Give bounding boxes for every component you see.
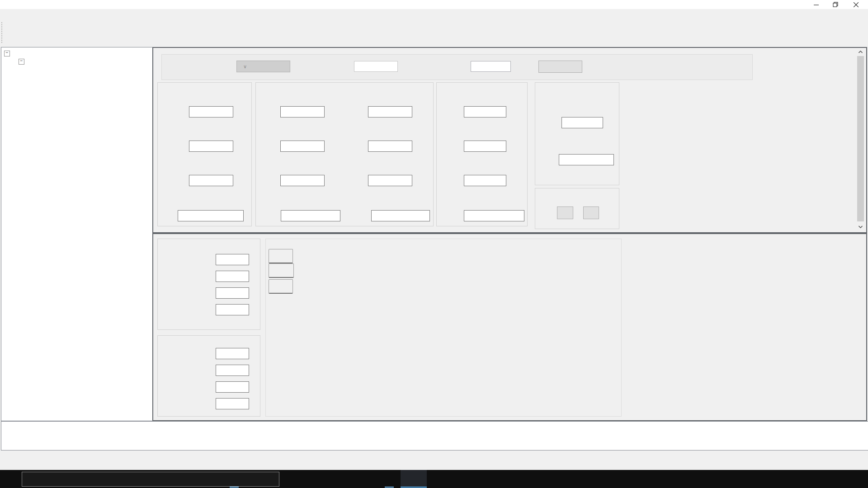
battery-temp-value (280, 175, 325, 186)
load-on-button[interactable] (557, 206, 573, 219)
interval-input[interactable] (471, 61, 511, 72)
vertical-scrollbar[interactable] (857, 48, 864, 230)
add-station-button[interactable] (5, 23, 24, 42)
energy-generated-daily (216, 254, 249, 265)
controller-information-group (535, 82, 619, 185)
menu-help[interactable] (63, 13, 72, 16)
tray-expand-button[interactable] (627, 470, 639, 488)
media-app-button[interactable] (268, 470, 289, 488)
realtime-monitor-button[interactable] (45, 23, 64, 42)
load-voltage-value (464, 141, 506, 152)
charging-status-value (281, 210, 340, 221)
menu-system[interactable] (0, 13, 9, 16)
file-explorer-button[interactable] (223, 470, 245, 488)
load-status-value (464, 210, 524, 221)
collapse-icon[interactable]: − (19, 59, 24, 65)
array-power-value (189, 175, 233, 186)
internet-explorer-button[interactable] (356, 470, 378, 488)
player-app-button[interactable] (290, 470, 311, 488)
close-button[interactable] (848, 0, 863, 9)
station-monitor-button[interactable] (25, 23, 44, 42)
energy-consumed-group (157, 335, 260, 417)
edge-button[interactable] (201, 470, 223, 488)
light-bulb-icon (440, 194, 456, 222)
stop-monitor-button[interactable] (538, 61, 582, 73)
device-icon (33, 66, 41, 74)
load-control-group (535, 188, 619, 229)
tab-cur[interactable] (269, 263, 294, 278)
max-voltage-value (280, 141, 325, 152)
gauge-icon (262, 139, 278, 154)
action-center-button[interactable] (809, 470, 827, 488)
dual-thermometer-icon (541, 114, 558, 133)
tab-volt[interactable] (269, 249, 293, 263)
toolbar-drag-handle (1, 22, 4, 43)
menu-port-config[interactable] (18, 13, 27, 16)
energy-generated-group (157, 239, 260, 330)
task-view-button[interactable] (179, 470, 201, 488)
menu-parameter[interactable] (27, 13, 36, 16)
tree-node-station-explorer[interactable]: − (4, 49, 22, 57)
energy-consumed-monthly (216, 365, 249, 376)
station-bar: ∨ (161, 54, 753, 80)
array-voltage-value (189, 141, 233, 152)
volume-button[interactable] (670, 470, 683, 488)
event-log[interactable] (1, 421, 868, 450)
tab-power[interactable] (269, 279, 293, 294)
restore-button[interactable] (828, 0, 843, 9)
tree-node-com4[interactable]: − (19, 57, 37, 66)
min-voltage-value (368, 141, 412, 152)
scroll-up-icon[interactable] (857, 48, 864, 56)
device-temp-value (561, 117, 603, 128)
gauge-icon (349, 139, 364, 154)
energy-consumed-annual (216, 381, 249, 393)
app-window: − − ∨ (0, 0, 868, 488)
scroll-down-icon[interactable] (857, 223, 864, 230)
menu-view[interactable] (9, 13, 18, 16)
gauge-icon (169, 173, 184, 188)
curve-panel (152, 233, 867, 421)
store-button[interactable] (245, 470, 267, 488)
network-button[interactable] (656, 470, 668, 488)
tray-app-button[interactable] (641, 470, 654, 488)
realtime-chart (295, 242, 618, 413)
load-power-value (464, 175, 506, 186)
chrome-button[interactable] (334, 470, 356, 488)
running-indicator (385, 487, 394, 488)
device-id-input[interactable] (354, 61, 398, 72)
epever-app-button[interactable] (401, 470, 427, 488)
gauge-icon (444, 139, 459, 154)
toolbar (0, 19, 868, 46)
array-status-value (178, 210, 244, 221)
menu-data[interactable] (45, 13, 54, 16)
collapse-icon[interactable]: − (4, 51, 10, 56)
gauge-icon (169, 139, 184, 154)
array-current-value (189, 106, 233, 117)
battery-soc-value (368, 175, 412, 186)
start-button[interactable] (0, 470, 22, 488)
menu-monitoring[interactable] (36, 13, 45, 16)
dc-load-information-group (436, 82, 528, 226)
station-name-select[interactable]: ∨ (236, 61, 290, 72)
minimize-button[interactable] (808, 0, 824, 9)
energy-consumed-daily (216, 348, 249, 359)
scrollbar-thumb[interactable] (857, 56, 864, 221)
update-app-button[interactable] (378, 470, 400, 488)
monitor-panel: ∨ (152, 47, 867, 233)
print-button[interactable] (66, 23, 85, 42)
array-information-group (157, 82, 252, 226)
device-status-value (559, 154, 614, 165)
gauge-icon (444, 104, 459, 120)
com-port-icon (27, 58, 34, 66)
title-bar (0, 0, 868, 9)
station-icon (12, 50, 20, 57)
app-logo-icon (3, 1, 10, 8)
menu-maintenance[interactable] (54, 13, 63, 16)
exit-button[interactable] (86, 23, 105, 42)
apps-grid-button[interactable] (312, 470, 334, 488)
battery-icon (257, 195, 269, 222)
battery-voltage-value (280, 106, 325, 117)
gauge-icon (169, 104, 184, 120)
load-off-button[interactable] (583, 206, 599, 219)
tree-node-epsolar[interactable] (33, 66, 43, 74)
